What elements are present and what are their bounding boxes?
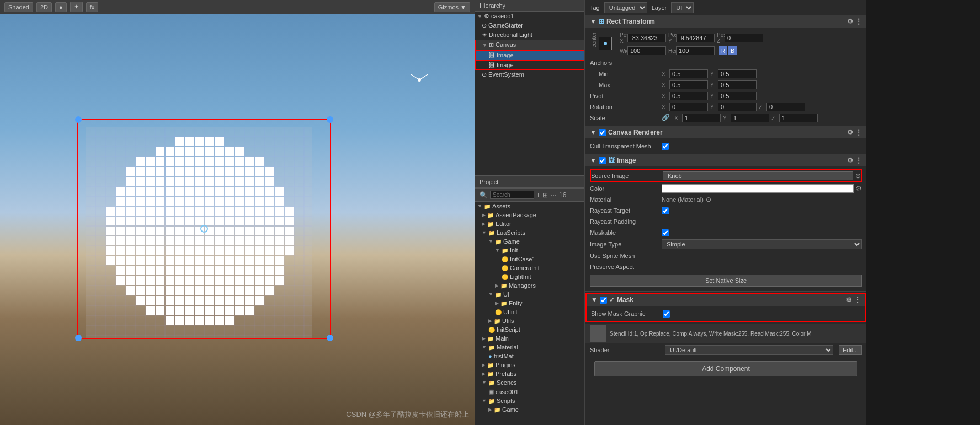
rot-x-input[interactable] — [669, 103, 708, 111]
gizmos-btn[interactable]: Gizmos ▼ — [434, 2, 470, 12]
filter-icon[interactable]: ⊞ — [542, 191, 548, 199]
edit-shader-button[interactable]: Edit... — [839, 345, 862, 355]
menu-icon[interactable]: ⋮ — [855, 128, 862, 136]
project-item-game[interactable]: ▼ 📁 Game — [475, 237, 584, 246]
project-item-enity[interactable]: ▶ 📁 Enity — [475, 299, 584, 308]
raycast-target-row: Raycast Target — [590, 205, 862, 216]
anchors-max-x-input[interactable] — [669, 80, 708, 89]
hierarchy-item-eventsystem[interactable]: ⊙ EventSystem — [475, 70, 584, 79]
mask-header[interactable]: ▼ ✓ Mask ⚙ ⋮ — [587, 294, 865, 306]
pivot-x-input[interactable] — [669, 92, 708, 100]
project-item-prefabs[interactable]: ▶ 📁 Prefabs — [475, 369, 584, 378]
mask-enabled-checkbox[interactable] — [600, 297, 607, 304]
project-item-uiinit[interactable]: 🟡 UIInit — [475, 308, 584, 316]
r-button[interactable]: R — [719, 46, 727, 55]
shaded-btn[interactable]: Shaded — [4, 2, 33, 12]
image-checkbox[interactable] — [599, 157, 606, 164]
project-item-fristmat[interactable]: ● fristMat — [475, 352, 584, 361]
anchor-visual[interactable] — [599, 37, 612, 50]
hierarchy-item-gamestarter[interactable]: ⊙ GameStarter — [475, 21, 584, 30]
source-image-pick-icon[interactable]: ⊙ — [855, 172, 861, 180]
gear-icon[interactable]: ⚙ — [846, 296, 852, 304]
project-item-initcase1[interactable]: 🟡 InitCase1 — [475, 255, 584, 263]
menu-icon[interactable]: ⋮ — [855, 157, 862, 164]
shader-select[interactable]: UI/Default — [665, 345, 833, 355]
image-header[interactable]: ▼ 🖼 Image ⚙ ⋮ — [585, 154, 866, 166]
project-item-managers[interactable]: ▶ 📁 Managers — [475, 281, 584, 290]
hierarchy-item-dirlight[interactable]: ☀ Directional Light — [475, 30, 584, 40]
posx-input[interactable] — [627, 34, 666, 42]
project-item-plugins[interactable]: ▶ 📁 Plugins — [475, 361, 584, 369]
hierarchy-item-caseoo1[interactable]: ▼ ⚙ caseoo1 — [475, 12, 584, 21]
hierarchy-item-image1[interactable]: 🖼 Image — [475, 50, 584, 60]
handle-tl[interactable] — [75, 116, 82, 123]
b-button[interactable]: B — [728, 46, 737, 55]
anchors-min-y-input[interactable] — [718, 69, 757, 78]
add-component-button[interactable]: Add Component — [594, 361, 858, 376]
tag-select[interactable]: Untagged — [604, 2, 647, 13]
gear-icon[interactable]: ⚙ — [847, 128, 853, 136]
light-btn[interactable]: ● — [55, 2, 67, 12]
width-input[interactable] — [627, 46, 666, 55]
scale-x-input[interactable] — [682, 114, 721, 122]
project-item-case001[interactable]: ▣ case001 — [475, 387, 584, 396]
menu-icon[interactable]: ⋮ — [854, 296, 861, 304]
project-item-main[interactable]: ▶ 📁 Main — [475, 334, 584, 343]
layer-select[interactable]: UI — [671, 2, 694, 13]
gear-icon[interactable]: ⚙ — [847, 157, 853, 164]
fx-btn[interactable]: fx — [86, 2, 99, 12]
rot-z-input[interactable] — [766, 103, 805, 111]
project-item-scripts-game[interactable]: ▶ 📁 Game — [475, 405, 584, 414]
anchors-min-x-input[interactable] — [669, 69, 708, 78]
height-input[interactable] — [676, 46, 715, 55]
project-item-init[interactable]: ▼ 📁 Init — [475, 246, 584, 255]
color-picker[interactable] — [662, 184, 854, 193]
rect-transform-header[interactable]: ▼ ⊞ Rect Transform ⚙ ⋮ — [585, 15, 866, 28]
project-item-scripts[interactable]: ▼ 📁 Scripts — [475, 396, 584, 405]
hierarchy-tree[interactable]: ▼ ⚙ caseoo1 ⊙ GameStarter ☀ Directional … — [475, 12, 584, 175]
maskable-checkbox[interactable] — [662, 229, 669, 236]
canvas-renderer-header[interactable]: ▼ Canvas Renderer ⚙ ⋮ — [585, 126, 866, 138]
menu-icon[interactable]: ⋮ — [855, 18, 862, 25]
rot-y-input[interactable] — [718, 103, 757, 111]
color-pick-icon[interactable]: ⚙ — [856, 185, 862, 192]
project-item-assertpackage[interactable]: ▶ 📁 AssertPackage — [475, 211, 584, 219]
hierarchy-item-canvas[interactable]: ▼ ⊞ Canvas — [475, 40, 584, 50]
project-tree[interactable]: ▼ 📁 Assets ▶ 📁 AssertPackage ▶ 📁 Editor … — [475, 202, 584, 425]
project-item-assets[interactable]: ▼ 📁 Assets — [475, 202, 584, 211]
pivot-y-input[interactable] — [718, 92, 757, 100]
project-search-input[interactable] — [490, 191, 534, 199]
audio-btn[interactable]: ✦ — [70, 2, 83, 12]
project-item-scenes[interactable]: ▼ 📁 Scenes — [475, 378, 584, 387]
project-item-initscript[interactable]: 🟡 InitScript — [475, 325, 584, 334]
scale-z-input[interactable] — [779, 114, 818, 122]
handle-tr[interactable] — [327, 116, 333, 123]
project-item-editor[interactable]: ▶ 📁 Editor — [475, 219, 584, 228]
project-item-utils[interactable]: ▶ 📁 Utils — [475, 316, 584, 325]
project-item-material[interactable]: ▼ 📁 Material — [475, 343, 584, 352]
hierarchy-item-image2[interactable]: 🖼 Image — [475, 60, 584, 70]
posz-input[interactable] — [725, 34, 763, 42]
set-native-size-button[interactable]: Set Native Size — [590, 275, 862, 287]
cull-checkbox[interactable] — [662, 143, 669, 150]
project-item-luascripts[interactable]: ▼ 📁 LuaScripts — [475, 228, 584, 237]
raycast-target-checkbox[interactable] — [662, 207, 669, 214]
project-item-ui[interactable]: ▼ 📁 UI — [475, 290, 584, 299]
anchors-max-y-input[interactable] — [718, 80, 757, 89]
scale-y-input[interactable] — [731, 114, 769, 122]
show-mask-checkbox[interactable] — [663, 310, 670, 318]
image-type-select[interactable]: Simple — [662, 239, 862, 249]
gear-icon[interactable]: ⚙ — [847, 18, 853, 25]
pivot-label: Pivot — [590, 93, 662, 99]
project-item-lightinit[interactable]: 🟡 LightInit — [475, 272, 584, 281]
source-image-input[interactable] — [663, 171, 853, 180]
create-icon[interactable]: + — [536, 191, 540, 199]
posy-input[interactable] — [676, 34, 715, 42]
project-item-camerainit[interactable]: 🟡 CameraInit — [475, 263, 584, 272]
handle-bl[interactable] — [75, 335, 82, 341]
zoom-icon[interactable]: ⋯ — [550, 191, 557, 199]
canvas-renderer-checkbox[interactable] — [599, 129, 606, 136]
material-pick-icon[interactable]: ⊙ — [706, 196, 711, 203]
handle-br[interactable] — [327, 335, 333, 341]
2d-btn[interactable]: 2D — [36, 2, 52, 12]
